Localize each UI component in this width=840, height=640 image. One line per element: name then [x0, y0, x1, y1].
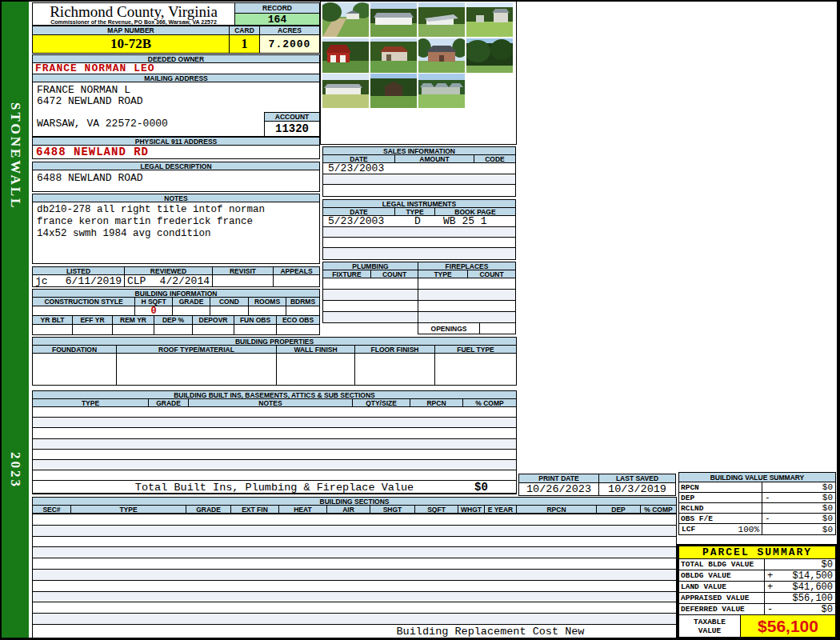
openings-value[interactable] — [479, 322, 516, 334]
plumbing-row-1[interactable] — [322, 278, 418, 290]
acres-value[interactable]: 7.2000 — [259, 34, 320, 54]
ps-value-deferred: -$0 — [764, 603, 836, 615]
bvs-lcf-pct: 100% — [738, 525, 759, 534]
dep-pct-value[interactable] — [154, 324, 193, 335]
legal-description-value[interactable]: 6488 NEWLAND ROAD — [32, 170, 320, 192]
building-replacement-label: Building Replacement Cost New — [397, 626, 585, 638]
ps-op: + — [767, 570, 773, 582]
sales-row-2[interactable] — [322, 174, 516, 185]
building-sections-empty-rows[interactable] — [32, 514, 677, 625]
eff-yr-value[interactable] — [72, 324, 113, 335]
property-photo-5[interactable] — [322, 38, 369, 73]
map-number-value[interactable]: 10-72B — [32, 34, 230, 54]
property-photo-7[interactable] — [418, 38, 465, 73]
listed-by: jc — [35, 275, 48, 287]
li-date: 5/23/2003 — [323, 215, 384, 227]
property-photo-1[interactable] — [322, 2, 369, 37]
ps-amount: $41,600 — [793, 582, 833, 593]
notes-line-1[interactable]: db210-278 all right title intof norman — [37, 204, 265, 215]
li-bookpage: WB 25 1 — [443, 215, 487, 227]
property-photo-11[interactable] — [418, 74, 465, 108]
roof-type-value[interactable] — [116, 353, 277, 386]
plumbing-row-3[interactable] — [322, 300, 418, 312]
col-ext-fin: EXT FIN — [230, 505, 279, 514]
account-value[interactable]: 11320 — [264, 121, 320, 137]
bvs-label-rclnd: RCLND — [678, 502, 762, 514]
mailing-line-3[interactable]: WARSAW, VA 22572-0000 — [37, 118, 168, 130]
ps-label-obldg: OBLDG VALUE — [678, 570, 765, 582]
fireplaces-row-4[interactable] — [418, 311, 516, 323]
property-photo-3[interactable] — [418, 2, 465, 37]
mailing-line-2[interactable]: 6472 NEWLAND ROAD — [37, 95, 143, 107]
bvs-op: - — [765, 514, 770, 523]
listed-value[interactable]: jc6/11/2019 — [32, 274, 125, 287]
physical-address-value[interactable]: 6488 NEWLAND RD — [32, 145, 320, 159]
bvs-amount: $0 — [822, 525, 833, 534]
property-photo-6[interactable] — [370, 38, 417, 73]
sales-row-1[interactable]: 5/23/2003 — [322, 162, 516, 174]
bvs-lcf-label: LCF — [682, 525, 695, 534]
record-value[interactable]: 164 — [234, 13, 320, 26]
ps-value-total-bldg: $0 — [764, 558, 836, 570]
li-row-4[interactable] — [322, 247, 516, 260]
notes-line-2[interactable]: france keron martin frederick france — [37, 216, 253, 227]
card-value[interactable]: 1 — [229, 34, 260, 54]
taxable-value-label: TAXABLE VALUE — [678, 614, 741, 638]
plumbing-row-2[interactable] — [322, 289, 418, 301]
bvs-label-rpcn: RPCN — [678, 482, 762, 493]
fireplaces-row-3[interactable] — [418, 300, 516, 312]
reviewed-value[interactable]: CLP4/2/2014 — [124, 274, 213, 287]
eco-obs-value[interactable] — [276, 324, 320, 335]
fun-obs-value[interactable] — [234, 324, 277, 335]
property-photo-2[interactable] — [370, 2, 417, 37]
bvs-label-obs: OBS F/E — [678, 513, 762, 524]
bvs-value-dep: -$0 — [762, 492, 836, 503]
col-heat: HEAT — [278, 505, 327, 514]
ps-label-appraised: APPRAISED VALUE — [678, 592, 765, 604]
li-row-2[interactable] — [322, 226, 516, 238]
col-bs-comp: % COMP — [640, 505, 677, 514]
fireplaces-row-1[interactable] — [418, 278, 516, 290]
property-photo-10[interactable] — [370, 74, 417, 108]
ps-amount: $0 — [822, 559, 833, 570]
col-bs-dep: DEP — [596, 505, 641, 514]
mailing-line-1[interactable]: FRANCE NORMAN L — [37, 84, 130, 96]
built-ins-total-label: Total Built Ins, Plumbing & Fireplace Va… — [135, 482, 414, 494]
bvs-label-dep: DEP — [678, 492, 762, 503]
property-photo-8[interactable] — [466, 38, 513, 73]
listed-date: 6/11/2019 — [66, 275, 122, 287]
built-ins-empty-rows[interactable] — [32, 406, 517, 481]
col-bs-type: TYPE — [70, 505, 186, 514]
ps-op: + — [767, 582, 773, 593]
revisit-value[interactable] — [212, 274, 274, 287]
ps-op: - — [767, 604, 773, 615]
plumbing-row-4[interactable] — [322, 311, 418, 323]
property-photo-9[interactable] — [322, 74, 369, 108]
ps-label-total-bldg: TOTAL BLDG VALUE — [678, 558, 765, 570]
floor-finish-value[interactable] — [354, 353, 435, 386]
li-row-1[interactable]: 5/23/2003 D WB 25 1 — [322, 215, 516, 227]
fireplaces-row-2[interactable] — [418, 289, 516, 301]
fuel-type-value[interactable] — [434, 353, 517, 386]
ps-value-obldg: +$14,500 — [764, 570, 836, 582]
col-air: AIR — [326, 505, 370, 514]
bvs-label-lcf: LCF100% — [678, 523, 762, 535]
deeded-owner-value[interactable]: FRANCE NORMAN LEO — [32, 62, 320, 74]
notes-line-3[interactable]: 14x52 swmh 1984 avg condition — [37, 228, 211, 239]
yr-blt-value[interactable] — [32, 324, 73, 335]
county-subtitle: Commissioner of the Revenue, PO Box 366,… — [50, 19, 217, 25]
li-row-3[interactable] — [322, 237, 516, 248]
sales-row-3[interactable] — [322, 184, 516, 197]
rem-yr-value[interactable] — [112, 324, 154, 335]
wall-finish-value[interactable] — [276, 353, 355, 386]
print-date-value: 10/26/2023 — [518, 482, 599, 496]
county-title-box: Richmond County, Virginia Commissioner o… — [32, 2, 235, 26]
bvs-value-obs: -$0 — [762, 513, 836, 524]
property-photo-4[interactable] — [466, 2, 513, 37]
foundation-value[interactable] — [32, 353, 117, 386]
bvs-op: - — [765, 493, 770, 502]
bvs-amount: $0 — [822, 482, 833, 492]
appeals-value[interactable] — [273, 274, 320, 287]
depovr-value[interactable] — [192, 324, 234, 335]
built-ins-total-value: $0 — [474, 481, 488, 494]
